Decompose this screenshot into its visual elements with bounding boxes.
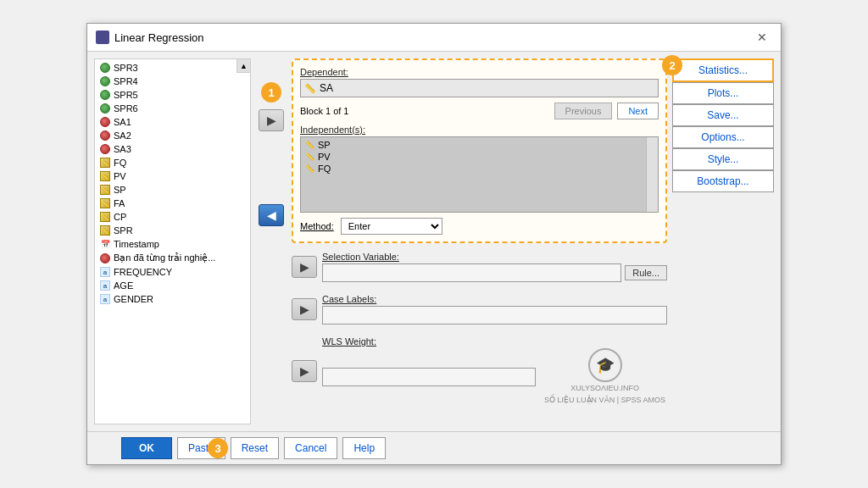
- number-circle-1: 1: [261, 82, 281, 103]
- block-navigation: Previous Next: [554, 103, 659, 119]
- block-label: Block 1 of 1: [300, 106, 348, 116]
- options-button[interactable]: Options...: [672, 126, 774, 148]
- list-item[interactable]: 📏PV: [95, 169, 250, 183]
- independents-label: Independent(s):: [300, 125, 659, 135]
- list-item[interactable]: Bạn đã từng trải nghiệ...: [95, 251, 250, 265]
- main-content: SPR3SPR4SPR5SPR6SA1SA2SA3📏FQ📏PV📏SP📏FA📏CP…: [87, 52, 781, 431]
- plots-button[interactable]: Plots...: [672, 82, 774, 104]
- arrow-to-wls-weight[interactable]: ▶: [292, 360, 317, 382]
- var-item-label: SPR: [114, 225, 133, 236]
- number-circle-3: 3: [208, 438, 228, 458]
- var-item-label: SA3: [114, 144, 131, 154]
- var-list-scroll-up[interactable]: ▲: [236, 59, 250, 73]
- rule-button[interactable]: Rule...: [625, 265, 667, 280]
- watermark-line2: SỐ LIỆU LUẬN VĂN | SPSS AMOS: [542, 394, 667, 406]
- variable-list: SPR3SPR4SPR5SPR6SA1SA2SA3📏FQ📏PV📏SP📏FA📏CP…: [95, 59, 250, 424]
- list-item[interactable]: SA2: [95, 129, 250, 142]
- method-label: Method:: [300, 221, 334, 231]
- arrow-to-dependent[interactable]: ▶: [259, 109, 284, 131]
- list-item[interactable]: SPR5: [95, 88, 250, 102]
- var-item-label: SPR4: [114, 76, 138, 86]
- list-item[interactable]: 📏FA: [95, 197, 250, 210]
- var-item-label: FA: [114, 198, 125, 208]
- logo-icon: 🎓: [588, 348, 622, 382]
- independents-group: Independent(s): 📏SP📏PV📏FQ: [300, 125, 659, 213]
- case-labels-group: Case Labels:: [322, 294, 667, 324]
- dependent-group: Dependent: 📏 SA: [300, 67, 659, 97]
- linear-regression-window: Linear Regression ✕ SPR3SPR4SPR5SPR6SA1S…: [86, 23, 782, 465]
- list-item[interactable]: 📏SPR: [95, 224, 250, 237]
- var-item-label: SPR3: [114, 63, 138, 73]
- list-item[interactable]: SA1: [95, 115, 250, 129]
- wls-weight-label: WLS Weight:: [322, 336, 667, 347]
- var-item-label: FQ: [114, 158, 126, 168]
- list-item[interactable]: 📅Timestamp: [95, 237, 250, 251]
- var-item-label: GENDER: [114, 294, 153, 304]
- list-item[interactable]: SPR3: [95, 61, 250, 75]
- var-item-label: SPR6: [114, 103, 138, 114]
- list-item[interactable]: SPR4: [95, 75, 250, 88]
- title-bar-left: Linear Regression: [96, 30, 204, 44]
- wls-weight-group: WLS Weight: 🎓 XULYSΟΛIEU.INFO SỐ LIỆU LU…: [322, 336, 667, 406]
- independents-listbox[interactable]: 📏SP📏PV📏FQ: [300, 136, 659, 213]
- reset-button[interactable]: Reset: [231, 437, 279, 459]
- watermark-line1: XULYSΟΛIEU.INFO: [569, 382, 641, 394]
- help-button[interactable]: Help: [342, 437, 386, 459]
- list-item[interactable]: SA3: [95, 142, 250, 156]
- case-labels-label: Case Labels:: [322, 294, 667, 304]
- list-item[interactable]: 📏CP: [95, 210, 250, 224]
- right-buttons-list: Statistics...Plots...Save...Options...St…: [672, 58, 774, 192]
- var-item-label: PV: [114, 171, 126, 181]
- style-button[interactable]: Style...: [672, 148, 774, 170]
- block-row: Block 1 of 1 Previous Next: [300, 103, 659, 119]
- method-row: Method: EnterStepwiseRemoveBackwardForwa…: [300, 218, 659, 235]
- arrow-to-case-labels[interactable]: ▶: [292, 298, 317, 320]
- indep-item-label: FQ: [318, 164, 331, 174]
- selection-variable-label: Selection Variable:: [322, 252, 667, 262]
- case-labels-input[interactable]: [322, 306, 667, 324]
- app-icon: [96, 30, 109, 44]
- logo-area: 🎓 XULYSΟΛIEU.INFO SỐ LIỆU LUẬN VĂN | SPS…: [542, 348, 667, 406]
- indep-item-label: PV: [318, 152, 331, 162]
- bottom-buttons-list: OKPasteResetCancelHelp: [121, 437, 386, 459]
- statistics-button[interactable]: Statistics...: [672, 58, 774, 82]
- arrow-to-independents[interactable]: ◀: [259, 204, 284, 226]
- list-item[interactable]: aAGE: [95, 279, 250, 292]
- var-item-label: Bạn đã từng trải nghiệ...: [114, 252, 215, 263]
- var-item-label: SP: [114, 185, 126, 195]
- save-button[interactable]: Save...: [672, 104, 774, 126]
- dependent-label: Dependent:: [300, 67, 659, 77]
- list-item[interactable]: aFREQUENCY: [95, 265, 250, 279]
- list-item[interactable]: SPR6: [95, 102, 250, 115]
- list-item[interactable]: 📏SP: [303, 139, 656, 151]
- right-button-panel: 2 Statistics...Plots...Save...Options...…: [672, 58, 774, 424]
- list-item[interactable]: 📏FQ: [303, 163, 656, 175]
- selection-variable-group: Selection Variable: Rule...: [322, 252, 667, 282]
- next-button[interactable]: Next: [617, 103, 659, 119]
- window-title: Linear Regression: [114, 31, 204, 44]
- wls-weight-row: ▶ WLS Weight: 🎓 XULYSΟΛIEU.INFO SỐ LIỆU …: [292, 333, 667, 409]
- regression-dashed-box: Dependent: 📏 SA Block 1 of 1 Previous Ne…: [292, 58, 667, 243]
- selection-variable-input[interactable]: [322, 263, 621, 282]
- var-item-label: SPR5: [114, 90, 138, 100]
- list-item[interactable]: 📏FQ: [95, 156, 250, 169]
- list-item[interactable]: 📏SP: [95, 183, 250, 197]
- var-item-label: SA2: [114, 130, 131, 141]
- dependent-input: 📏 SA: [300, 79, 659, 97]
- bootstrap-button[interactable]: Bootstrap...: [672, 170, 774, 192]
- arrow-to-selection[interactable]: ▶: [292, 256, 317, 278]
- main-form-panel: Dependent: 📏 SA Block 1 of 1 Previous Ne…: [292, 58, 667, 424]
- var-item-label: Timestamp: [114, 239, 159, 249]
- ok-button[interactable]: OK: [121, 437, 172, 459]
- cancel-button[interactable]: Cancel: [284, 437, 337, 459]
- var-item-label: CP: [114, 212, 126, 222]
- list-item[interactable]: aGENDER: [95, 292, 250, 306]
- case-labels-row: ▶ Case Labels:: [292, 291, 667, 328]
- method-select[interactable]: EnterStepwiseRemoveBackwardForward: [341, 218, 442, 235]
- close-button[interactable]: ✕: [752, 29, 772, 46]
- independents-scrollbar[interactable]: [646, 137, 658, 212]
- var-item-label: FREQUENCY: [114, 267, 172, 277]
- previous-button[interactable]: Previous: [554, 103, 613, 119]
- wls-weight-input[interactable]: [322, 368, 536, 386]
- list-item[interactable]: 📏PV: [303, 151, 656, 163]
